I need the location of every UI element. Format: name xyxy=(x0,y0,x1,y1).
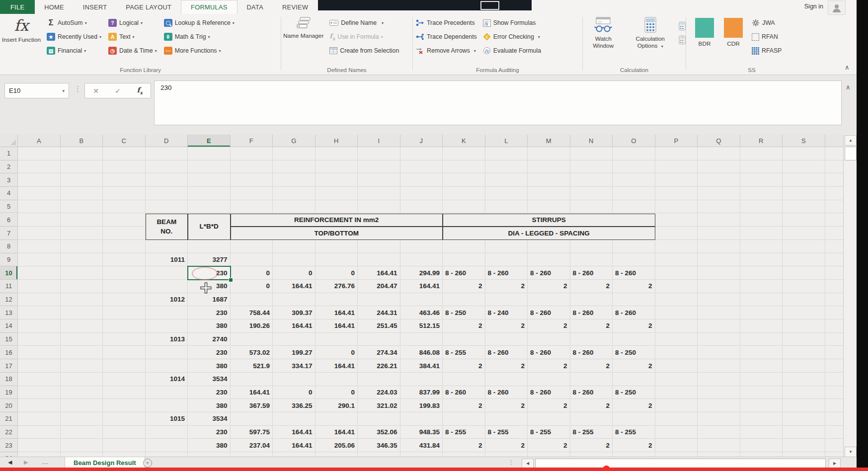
cell-F11[interactable]: 0 xyxy=(231,280,273,293)
cell-L1[interactable] xyxy=(485,147,528,160)
cell-M17[interactable]: 2 xyxy=(528,359,570,373)
row-header-16[interactable]: 16 xyxy=(0,346,18,360)
cell-A17[interactable] xyxy=(18,359,61,373)
tab-page-layout[interactable]: PAGE LAYOUT xyxy=(116,0,181,14)
cell-O23[interactable]: 2 xyxy=(613,439,655,452)
cell-D16[interactable] xyxy=(146,346,188,360)
column-header-L[interactable]: L xyxy=(485,135,528,147)
cell-G24[interactable] xyxy=(273,452,316,457)
cell-C11[interactable] xyxy=(103,280,146,293)
merged-cell-K7[interactable]: DIA - LEGGED - SPACING xyxy=(443,227,655,240)
cell-H8[interactable] xyxy=(316,240,358,253)
cell-P9[interactable] xyxy=(655,253,698,267)
cell-P1[interactable] xyxy=(655,147,698,160)
cell-L20[interactable]: 2 xyxy=(485,399,528,412)
cell-S23[interactable] xyxy=(783,439,825,452)
cell-R16[interactable] xyxy=(740,346,783,360)
column-header-G[interactable]: G xyxy=(273,135,316,147)
cell-R11[interactable] xyxy=(740,280,783,293)
cell-H1[interactable] xyxy=(316,147,358,160)
cell-L23[interactable]: 2 xyxy=(485,439,528,452)
cell-T6[interactable] xyxy=(825,214,844,227)
cell-A7[interactable] xyxy=(18,227,61,240)
cell-M22[interactable]: 8 - 255 xyxy=(528,426,570,439)
cell-J16[interactable]: 846.08 xyxy=(400,346,443,360)
cell-B3[interactable] xyxy=(61,173,103,187)
cell-Q17[interactable] xyxy=(698,359,740,373)
cell-P11[interactable] xyxy=(655,280,698,293)
cell-M18[interactable] xyxy=(528,373,570,386)
row-header-6[interactable]: 6 xyxy=(0,214,18,227)
cell-I5[interactable] xyxy=(358,200,400,214)
cell-K2[interactable] xyxy=(443,160,485,174)
cell-R10[interactable] xyxy=(740,266,783,280)
cell-K13[interactable]: 8 - 250 xyxy=(443,306,485,319)
cell-G12[interactable] xyxy=(273,293,316,307)
lookup-reference-button[interactable]: Lookup & Reference▾ xyxy=(164,17,235,28)
cell-D10[interactable] xyxy=(146,266,188,280)
cell-Q14[interactable] xyxy=(698,319,740,333)
cell-H4[interactable] xyxy=(316,187,358,200)
cell-I18[interactable] xyxy=(358,373,400,386)
cell-A22[interactable] xyxy=(18,426,61,439)
row-header-23[interactable]: 23 xyxy=(0,439,18,452)
row-header-22[interactable]: 22 xyxy=(0,426,18,439)
cell-K12[interactable] xyxy=(443,293,485,307)
cell-S19[interactable] xyxy=(783,386,825,399)
cell-G17[interactable]: 334.17 xyxy=(273,359,316,373)
cell-E1[interactable] xyxy=(188,147,231,160)
cell-S8[interactable] xyxy=(783,240,825,253)
column-header-I[interactable]: I xyxy=(358,135,400,147)
cell-M10[interactable]: 8 - 260 xyxy=(528,266,570,280)
cell-N13[interactable]: 8 - 260 xyxy=(570,306,613,319)
cell-N11[interactable]: 2 xyxy=(570,280,613,293)
cell-N17[interactable]: 2 xyxy=(570,359,613,373)
cell-B9[interactable] xyxy=(61,253,103,267)
cell-O13[interactable]: 8 - 260 xyxy=(613,306,655,319)
cell-D22[interactable] xyxy=(146,426,188,439)
cell-Q23[interactable] xyxy=(698,439,740,452)
cell-J20[interactable]: 199.83 xyxy=(400,399,443,412)
date-time-button[interactable]: ◷ Date & Time▾ xyxy=(108,45,157,56)
cell-C13[interactable] xyxy=(103,306,146,319)
cell-F16[interactable]: 573.02 xyxy=(231,346,273,360)
row-header-20[interactable]: 20 xyxy=(0,399,18,412)
cell-P14[interactable] xyxy=(655,319,698,333)
cell-T15[interactable] xyxy=(825,333,844,346)
cell-J15[interactable] xyxy=(400,333,443,346)
cell-G10[interactable]: 0 xyxy=(273,266,316,280)
cell-R1[interactable] xyxy=(740,147,783,160)
cell-I3[interactable] xyxy=(358,173,400,187)
cell-G3[interactable] xyxy=(273,173,316,187)
cell-B21[interactable] xyxy=(61,412,103,426)
cell-T18[interactable] xyxy=(825,373,844,386)
cell-O3[interactable] xyxy=(613,173,655,187)
horizontal-scroll-thumb[interactable] xyxy=(535,459,826,468)
cell-E17[interactable]: 380 xyxy=(188,359,231,373)
cell-Q22[interactable] xyxy=(698,426,740,439)
cell-Q5[interactable] xyxy=(698,200,740,214)
math-trig-button[interactable]: θ Math & Trig▾ xyxy=(164,31,235,42)
cell-S2[interactable] xyxy=(783,160,825,174)
cell-O10[interactable]: 8 - 260 xyxy=(613,266,655,280)
row-header-2[interactable]: 2 xyxy=(0,160,18,174)
cell-F21[interactable] xyxy=(231,412,273,426)
video-progress-dot[interactable] xyxy=(603,466,610,471)
cell-A6[interactable] xyxy=(18,214,61,227)
cell-B16[interactable] xyxy=(61,346,103,360)
row-header-8[interactable]: 8 xyxy=(0,240,18,253)
cell-L15[interactable] xyxy=(485,333,528,346)
cell-P7[interactable] xyxy=(655,227,698,240)
column-header-K[interactable]: K xyxy=(443,135,485,147)
cell-C5[interactable] xyxy=(103,200,146,214)
cell-F14[interactable]: 190.26 xyxy=(231,319,273,333)
cell-T2[interactable] xyxy=(825,160,844,174)
cell-T23[interactable] xyxy=(825,439,844,452)
vertical-scrollbar[interactable]: ▲ ▼ xyxy=(843,135,857,457)
ribbon-collapse-icon[interactable]: ∧ xyxy=(845,64,850,71)
cell-C8[interactable] xyxy=(103,240,146,253)
cell-P22[interactable] xyxy=(655,426,698,439)
cell-Q16[interactable] xyxy=(698,346,740,360)
cell-G9[interactable] xyxy=(273,253,316,267)
cell-L13[interactable]: 8 - 240 xyxy=(485,306,528,319)
